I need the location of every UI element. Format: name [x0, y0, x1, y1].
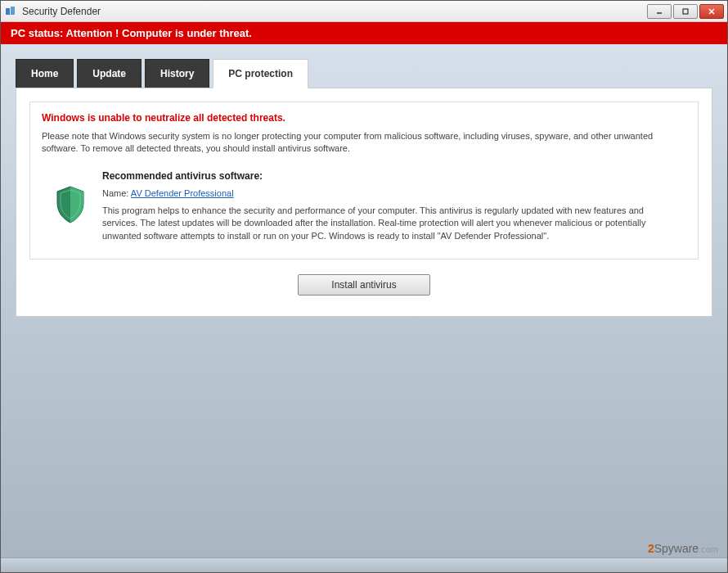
install-row: Install antivirus — [29, 274, 699, 296]
app-icon — [4, 5, 17, 18]
window-title: Security Defender — [22, 6, 647, 17]
recommend-text: Recommended antivirus software: Name: AV… — [102, 170, 678, 242]
window-controls — [647, 4, 724, 19]
main-panel: Windows is unable to neutralize all dete… — [16, 88, 712, 317]
svg-rect-3 — [683, 9, 688, 14]
recommend-name-line: Name: AV Defender Professional — [102, 188, 678, 198]
name-label: Name: — [102, 188, 131, 198]
watermark-suffix: .com — [699, 544, 718, 554]
recommend-description: This program helps to enhance the securi… — [102, 205, 678, 242]
watermark-main: Spyware — [654, 542, 699, 555]
install-antivirus-button[interactable]: Install antivirus — [298, 274, 429, 296]
tab-strip: Home Update History PC protection — [16, 59, 712, 88]
watermark-prefix: 2 — [648, 542, 654, 555]
shield-icon — [54, 185, 87, 242]
app-window: Security Defender PC status: Attention !… — [0, 0, 728, 573]
maximize-button[interactable] — [673, 4, 698, 19]
content-area: Home Update History PC protection Window… — [1, 44, 727, 557]
svg-rect-0 — [6, 8, 10, 15]
recommend-title: Recommended antivirus software: — [102, 170, 678, 182]
svg-rect-1 — [11, 7, 15, 15]
watermark: 2Spyware.com — [648, 542, 718, 555]
tab-history[interactable]: History — [145, 59, 209, 88]
alert-body: Please note that Windows security system… — [42, 130, 686, 156]
tab-update[interactable]: Update — [77, 59, 142, 88]
titlebar: Security Defender — [1, 1, 727, 22]
minimize-button[interactable] — [647, 4, 672, 19]
status-text: PC status: Attention ! Computer is under… — [11, 27, 252, 39]
alert-heading: Windows is unable to neutralize all dete… — [42, 112, 686, 124]
status-bar: PC status: Attention ! Computer is under… — [1, 22, 727, 44]
footer-bar — [1, 557, 727, 572]
close-button[interactable] — [699, 4, 724, 19]
shield-icon-container — [50, 170, 91, 242]
recommend-block: Recommended antivirus software: Name: AV… — [42, 167, 686, 249]
tab-home[interactable]: Home — [16, 59, 74, 88]
alert-panel: Windows is unable to neutralize all dete… — [29, 102, 699, 259]
product-link[interactable]: AV Defender Professional — [131, 188, 234, 198]
tab-pc-protection[interactable]: PC protection — [213, 59, 308, 88]
